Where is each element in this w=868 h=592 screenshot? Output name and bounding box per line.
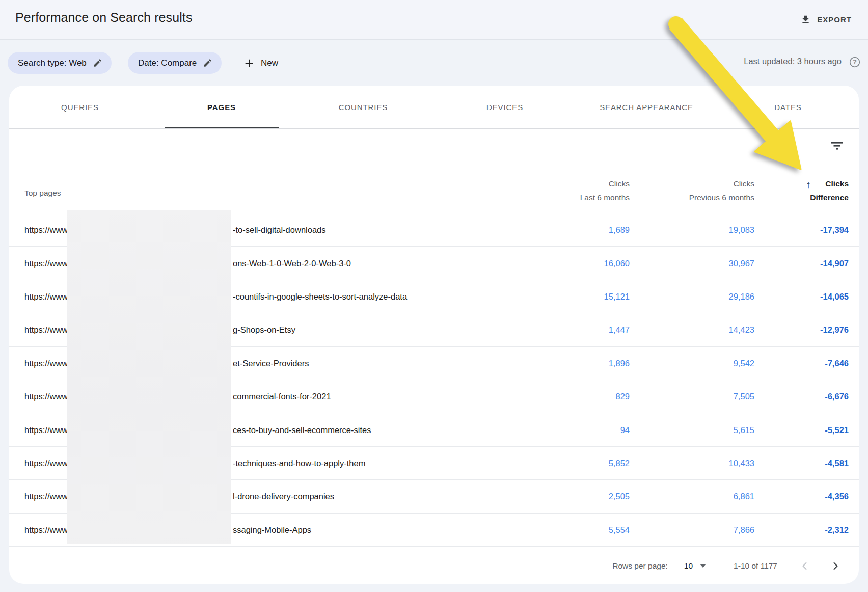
page-url-cell[interactable]: https://wwwg-Shops-on-Etsy — [24, 325, 68, 335]
page-url-cell[interactable]: https://wwwons-Web-1-0-Web-2-0-Web-3-0 — [24, 258, 68, 268]
url-prefix: https://www — [24, 458, 68, 467]
url-suffix: -countifs-in-google-sheets-to-sort-analy… — [233, 291, 407, 301]
filter-bar: Search type: Web Date: Compare New Last … — [0, 40, 868, 86]
date-chip[interactable]: Date: Compare — [128, 52, 222, 74]
url-suffix: et-Service-Providers — [233, 358, 309, 368]
clicks-difference-header[interactable]: Clicks Difference — [810, 177, 849, 204]
clicks-prev-value: 5,615 — [734, 425, 754, 435]
last-updated-text: Last updated: 3 hours ago — [744, 57, 842, 66]
clicks-difference-value: -4,356 — [825, 492, 849, 501]
filter-rows-button[interactable] — [828, 137, 846, 154]
clicks-prev-value: 30,967 — [729, 258, 754, 268]
rows-per-page-dropdown[interactable]: 10 — [684, 561, 706, 571]
clicks-prev-value: 19,083 — [729, 225, 754, 235]
url-suffix: ssaging-Mobile-Apps — [233, 525, 311, 534]
tab-dates[interactable]: DATES — [717, 86, 859, 128]
rows-per-page-label: Rows per page: — [612, 561, 668, 571]
svg-text:?: ? — [853, 59, 857, 66]
tab-devices[interactable]: DEVICES — [434, 86, 576, 128]
url-suffix: ons-Web-1-0-Web-2-0-Web-3-0 — [233, 258, 351, 268]
clicks-diff-line1: Clicks — [810, 177, 849, 191]
clicks-last-6-months-header[interactable]: Clicks Last 6 months — [580, 177, 630, 204]
top-header-bar: Performance on Search results EXPORT — [0, 0, 868, 40]
tab-pages[interactable]: PAGES — [151, 86, 292, 128]
clicks-prev-value: 9,542 — [734, 358, 754, 368]
clicks-last-value: 94 — [620, 425, 630, 435]
clicks-last-value: 1,689 — [609, 225, 630, 235]
url-prefix: https://www — [24, 392, 68, 401]
top-pages-header: Top pages — [24, 189, 61, 198]
clicks-last-value: 16,060 — [604, 258, 630, 268]
clicks-last-value: 1,896 — [609, 358, 630, 368]
redacted-url-region — [67, 210, 231, 544]
url-prefix: https://www — [24, 525, 68, 534]
clicks-last-value: 5,554 — [609, 525, 630, 534]
page-url-cell[interactable]: https://www-techniques-and-how-to-apply-… — [24, 458, 68, 468]
help-icon[interactable]: ? — [849, 56, 861, 68]
clicks-prev-line2: Previous 6 months — [689, 191, 754, 204]
clicks-difference-value: -7,646 — [825, 358, 849, 368]
tab-dates-label: DATES — [774, 103, 801, 112]
table-header-row: Top pages Clicks Last 6 months Clicks Pr… — [9, 163, 859, 213]
table-toolbar — [9, 129, 859, 163]
url-suffix: commercial-fonts-for-2021 — [233, 392, 331, 401]
page-url-cell[interactable]: https://www-to-sell-digital-downloads — [24, 225, 68, 235]
clicks-difference-value: -14,907 — [820, 258, 849, 268]
clicks-last-value: 5,852 — [609, 458, 630, 468]
page-url-cell[interactable]: https://wwwl-drone-delivery-companies — [24, 492, 68, 501]
clicks-difference-value: -5,521 — [825, 425, 849, 435]
page-url-cell[interactable]: https://wwwssaging-Mobile-Apps — [24, 525, 68, 534]
url-prefix: https://www — [24, 258, 68, 267]
url-prefix: https://www — [24, 492, 68, 501]
download-icon — [800, 14, 811, 25]
tab-countries[interactable]: COUNTRIES — [292, 86, 434, 128]
chevron-right-icon — [829, 560, 842, 572]
clicks-previous-6-months-header[interactable]: Clicks Previous 6 months — [689, 177, 754, 204]
clicks-difference-value: -6,676 — [825, 392, 849, 401]
url-suffix: -to-sell-digital-downloads — [233, 225, 326, 235]
page-url-cell[interactable]: https://wwwcommercial-fonts-for-2021 — [24, 392, 68, 401]
page-url-cell[interactable]: https://www-countifs-in-google-sheets-to… — [24, 291, 68, 301]
clicks-difference-value: -17,394 — [820, 225, 849, 235]
url-suffix: g-Shops-on-Etsy — [233, 325, 295, 335]
edit-icon — [203, 58, 212, 68]
clicks-prev-value: 7,505 — [734, 392, 754, 401]
previous-page-button[interactable] — [796, 557, 814, 575]
pagination-range: 1-10 of 1177 — [734, 561, 777, 571]
clicks-prev-value: 7,866 — [734, 525, 754, 534]
search-type-chip-label: Search type: Web — [18, 58, 87, 68]
url-suffix: ces-to-buy-and-sell-ecommerce-sites — [233, 425, 371, 435]
table-footer: Rows per page: 10 1-10 of 1177 — [9, 547, 859, 585]
clicks-diff-line2: Difference — [810, 191, 849, 204]
tab-queries[interactable]: QUERIES — [9, 86, 151, 128]
url-suffix: -techniques-and-how-to-apply-them — [233, 458, 365, 468]
clicks-difference-value: -14,065 — [820, 291, 849, 301]
page-url-cell[interactable]: https://wwwet-Service-Providers — [24, 358, 68, 368]
export-button[interactable]: EXPORT — [793, 9, 859, 30]
next-page-button[interactable] — [826, 557, 845, 575]
url-prefix: https://www — [24, 225, 68, 234]
new-filter-button[interactable]: New — [237, 52, 284, 74]
tab-search-appearance-label: SEARCH APPEARANCE — [600, 103, 693, 112]
url-prefix: https://www — [24, 425, 68, 434]
tab-queries-label: QUERIES — [61, 103, 99, 112]
tab-countries-label: COUNTRIES — [339, 103, 388, 112]
tab-search-appearance[interactable]: SEARCH APPEARANCE — [576, 86, 717, 128]
page-url-cell[interactable]: https://wwwces-to-buy-and-sell-ecommerce… — [24, 425, 68, 435]
clicks-prev-value: 6,861 — [734, 492, 754, 501]
clicks-last-line2: Last 6 months — [580, 191, 630, 204]
page-title: Performance on Search results — [15, 10, 193, 25]
url-suffix: l-drone-delivery-companies — [233, 492, 334, 501]
search-type-chip[interactable]: Search type: Web — [8, 52, 112, 74]
export-label: EXPORT — [817, 15, 852, 24]
rows-per-page-value: 10 — [684, 561, 693, 571]
url-prefix: https://www — [24, 325, 68, 334]
clicks-last-value: 829 — [615, 392, 630, 401]
chevron-left-icon — [799, 560, 811, 572]
url-prefix: https://www — [24, 358, 68, 367]
edit-icon — [93, 58, 102, 68]
clicks-difference-value: -12,976 — [820, 325, 849, 335]
clicks-last-value: 1,447 — [609, 325, 630, 335]
tab-pages-label: PAGES — [207, 103, 236, 112]
date-chip-label: Date: Compare — [138, 58, 197, 68]
